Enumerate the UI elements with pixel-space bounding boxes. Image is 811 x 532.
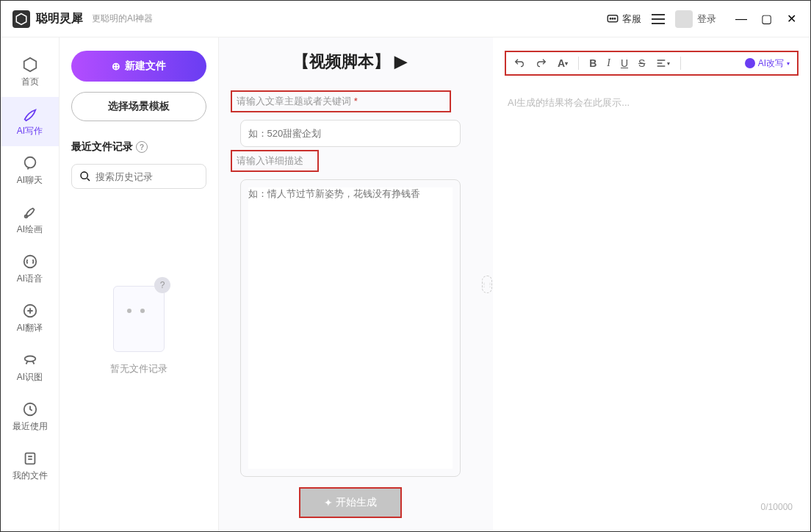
customer-service-button[interactable]: 客服 bbox=[606, 12, 641, 26]
sidebar-item-write[interactable]: AI写作 bbox=[1, 97, 59, 146]
avatar-icon bbox=[675, 10, 693, 28]
recent-label: 最近文件记录 bbox=[71, 140, 133, 154]
detail-textarea-wrap bbox=[240, 179, 461, 477]
font-color-button[interactable]: A▾ bbox=[558, 57, 568, 69]
sidebar-item-home[interactable]: 首页 bbox=[1, 48, 59, 97]
undo-button[interactable] bbox=[513, 57, 525, 69]
svg-point-10 bbox=[81, 172, 87, 179]
left-panel: ⊕ 新建文件 选择场景模板 最近文件记录 ? ? 暂无文件记录 bbox=[60, 37, 218, 531]
result-placeholder: AI生成的结果将会在此展示... bbox=[508, 97, 630, 108]
app-tagline: 更聪明的AI神器 bbox=[92, 12, 153, 25]
field-label-detail: 请输入详细描述 bbox=[231, 150, 319, 172]
required-indicator: * bbox=[354, 96, 358, 107]
svg-point-6 bbox=[24, 256, 36, 268]
home-icon bbox=[22, 57, 38, 73]
sidebar-item-translate[interactable]: AI翻译 bbox=[1, 294, 59, 343]
sparkle-icon: ✦ bbox=[324, 497, 333, 508]
title-text: 【视频脚本】 bbox=[293, 51, 390, 73]
sidebar-item-audio[interactable]: AI语音 bbox=[1, 245, 59, 294]
service-label: 客服 bbox=[622, 12, 641, 26]
strikethrough-button[interactable]: S bbox=[638, 57, 645, 69]
nav-label: AI写作 bbox=[17, 125, 43, 137]
empty-illustration: ? bbox=[106, 273, 172, 353]
translate-icon bbox=[22, 303, 38, 319]
sidebar: 首页 AI写作 AI聊天 AI绘画 AI语音 AI翻译 AI识图 最近使用 bbox=[1, 37, 60, 531]
titlebar-right: 客服 登录 — ▢ ✕ bbox=[606, 10, 799, 28]
redo-button[interactable] bbox=[536, 57, 547, 69]
audio-icon bbox=[22, 254, 38, 270]
toolbar-separator bbox=[680, 57, 681, 70]
menu-icon[interactable] bbox=[652, 14, 665, 24]
play-icon: ▶ bbox=[394, 52, 407, 71]
search-box[interactable] bbox=[71, 164, 206, 189]
right-panel: A▾ B I U S ▾ AI改写 ▾ AI生成的结果将会在此展示... 0/1… bbox=[493, 37, 810, 531]
nav-label: AI语音 bbox=[17, 273, 43, 285]
sidebar-item-paint[interactable]: AI绘画 bbox=[1, 195, 59, 245]
nav-label: AI绘画 bbox=[17, 223, 43, 236]
vision-icon bbox=[22, 352, 38, 368]
topic-input[interactable] bbox=[240, 120, 461, 147]
recent-icon bbox=[22, 401, 38, 417]
field-label-topic: 请输入文章主题或者关键词 * bbox=[231, 90, 451, 112]
maximize-button[interactable]: ▢ bbox=[759, 12, 774, 26]
generate-button[interactable]: ✦ 开始生成 bbox=[299, 487, 402, 518]
svg-point-1 bbox=[610, 18, 611, 19]
ai-rewrite-button[interactable]: AI改写 ▾ bbox=[745, 57, 790, 70]
middle-panel: 【视频脚本】 ▶ 请输入文章主题或者关键词 * 请输入详细描述 ✦ 开始生成 bbox=[218, 37, 481, 531]
plus-icon: ⊕ bbox=[112, 60, 120, 72]
svg-point-3 bbox=[614, 18, 616, 19]
app-logo-icon bbox=[12, 10, 30, 28]
titlebar: 聪明灵犀 更聪明的AI神器 客服 登录 — ▢ ✕ bbox=[1, 1, 810, 37]
logo-wrap: 聪明灵犀 更聪明的AI神器 bbox=[12, 10, 153, 28]
sidebar-item-files[interactable]: 我的文件 bbox=[1, 442, 59, 491]
underline-button[interactable]: U bbox=[621, 57, 628, 69]
app-name: 聪明灵犀 bbox=[36, 11, 83, 26]
nav-label: 我的文件 bbox=[12, 470, 48, 482]
bold-button[interactable]: B bbox=[589, 57, 596, 69]
ai-icon bbox=[745, 58, 755, 68]
files-icon bbox=[22, 450, 38, 467]
svg-point-2 bbox=[612, 18, 613, 19]
toolbar-separator bbox=[578, 57, 579, 70]
empty-state: ? 暂无文件记录 bbox=[71, 273, 206, 375]
svg-point-4 bbox=[24, 157, 35, 168]
search-input[interactable] bbox=[95, 171, 198, 182]
nav-label: AI翻译 bbox=[17, 322, 43, 334]
char-count: 0/10000 bbox=[761, 502, 793, 512]
recent-files-header: 最近文件记录 ? bbox=[71, 140, 206, 154]
main-layout: 首页 AI写作 AI聊天 AI绘画 AI语音 AI翻译 AI识图 最近使用 bbox=[1, 37, 810, 531]
ai-rewrite-label: AI改写 bbox=[758, 57, 784, 70]
chat-icon bbox=[22, 155, 38, 171]
login-label: 登录 bbox=[697, 12, 716, 26]
nav-label: AI聊天 bbox=[17, 174, 43, 187]
editor-toolbar: A▾ B I U S ▾ AI改写 ▾ bbox=[505, 51, 799, 76]
write-icon bbox=[22, 106, 38, 122]
nav-label: 首页 bbox=[21, 76, 39, 88]
window-controls: — ▢ ✕ bbox=[734, 12, 799, 26]
chevron-down-icon: ▾ bbox=[787, 60, 790, 67]
template-button[interactable]: 选择场景模板 bbox=[71, 92, 206, 121]
align-button[interactable]: ▾ bbox=[655, 57, 670, 69]
sidebar-item-vision[interactable]: AI识图 bbox=[1, 343, 59, 392]
minimize-button[interactable]: — bbox=[734, 12, 749, 26]
panel-drag-handle[interactable]: ⋮⋮ bbox=[481, 37, 493, 531]
paint-icon bbox=[22, 204, 38, 220]
new-file-label: 新建文件 bbox=[125, 60, 166, 73]
sidebar-item-recent[interactable]: 最近使用 bbox=[1, 392, 59, 442]
nav-label: 最近使用 bbox=[12, 420, 48, 433]
nav-label: AI识图 bbox=[17, 371, 43, 384]
login-button[interactable]: 登录 bbox=[675, 10, 716, 28]
generate-label: 开始生成 bbox=[336, 496, 377, 509]
new-file-button[interactable]: ⊕ 新建文件 bbox=[71, 51, 206, 82]
close-button[interactable]: ✕ bbox=[784, 12, 799, 26]
result-area[interactable]: AI生成的结果将会在此展示... 0/10000 bbox=[505, 90, 799, 518]
empty-text: 暂无文件记录 bbox=[110, 362, 167, 375]
italic-button[interactable]: I bbox=[607, 57, 610, 69]
section-title: 【视频脚本】 ▶ bbox=[293, 51, 407, 73]
detail-textarea[interactable] bbox=[248, 187, 453, 469]
help-icon[interactable]: ? bbox=[136, 141, 148, 153]
sidebar-item-chat[interactable]: AI聊天 bbox=[1, 146, 59, 195]
search-icon bbox=[79, 170, 91, 182]
